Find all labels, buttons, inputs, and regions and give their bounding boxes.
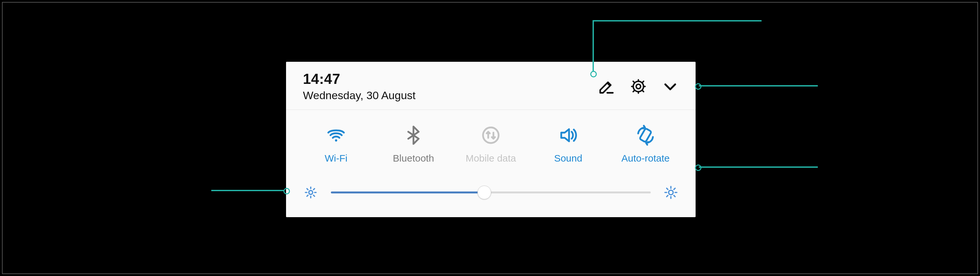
- svg-point-0: [636, 84, 641, 89]
- slider-thumb[interactable]: [477, 186, 491, 199]
- tile-mobile-data[interactable]: Mobile data: [458, 125, 523, 164]
- svg-rect-4: [640, 128, 651, 142]
- mobile-data-icon: [480, 125, 501, 146]
- svg-point-2: [335, 139, 337, 142]
- tile-bluetooth[interactable]: Bluetooth: [381, 125, 446, 164]
- svg-line-12: [307, 195, 308, 196]
- wifi-icon: [326, 125, 347, 146]
- chevron-down-icon[interactable]: [662, 78, 679, 95]
- tile-label: Wi-Fi: [325, 153, 347, 164]
- bluetooth-icon: [403, 125, 424, 146]
- slider-fill: [331, 191, 484, 193]
- header: 14:47 Wednesday, 30 August: [286, 62, 695, 110]
- settings-icon[interactable]: [630, 78, 647, 95]
- tile-label: Auto-rotate: [622, 153, 670, 164]
- tiles-row: Wi-Fi Bluetooth Mobile data: [286, 110, 695, 175]
- svg-line-11: [313, 195, 314, 196]
- svg-line-20: [674, 195, 675, 197]
- svg-line-13: [313, 188, 314, 190]
- brightness-row: [286, 175, 695, 217]
- brightness-high-icon: [664, 185, 678, 199]
- tile-label: Sound: [554, 153, 582, 164]
- svg-point-3: [483, 128, 499, 143]
- tile-label: Mobile data: [465, 153, 516, 164]
- brightness-slider[interactable]: [331, 186, 651, 199]
- edit-icon[interactable]: [598, 78, 615, 95]
- svg-point-5: [309, 190, 313, 195]
- svg-point-14: [668, 190, 673, 195]
- brightness-low-icon: [304, 185, 318, 199]
- svg-line-10: [307, 188, 308, 190]
- tile-auto-rotate[interactable]: Auto-rotate: [613, 125, 678, 164]
- clock-time: 14:47: [303, 71, 416, 87]
- tile-sound[interactable]: Sound: [536, 125, 601, 164]
- svg-line-21: [667, 195, 668, 197]
- date-block: 14:47 Wednesday, 30 August: [303, 71, 416, 102]
- svg-line-19: [667, 188, 668, 190]
- sound-icon: [558, 125, 579, 146]
- auto-rotate-icon: [635, 125, 656, 146]
- quick-settings-panel: 14:47 Wednesday, 30 August: [286, 62, 695, 217]
- svg-line-22: [674, 188, 675, 190]
- tile-wifi[interactable]: Wi-Fi: [304, 125, 369, 164]
- tile-label: Bluetooth: [393, 153, 434, 164]
- clock-date: Wednesday, 30 August: [303, 89, 416, 102]
- header-icons: [598, 78, 679, 95]
- svg-point-1: [633, 81, 644, 92]
